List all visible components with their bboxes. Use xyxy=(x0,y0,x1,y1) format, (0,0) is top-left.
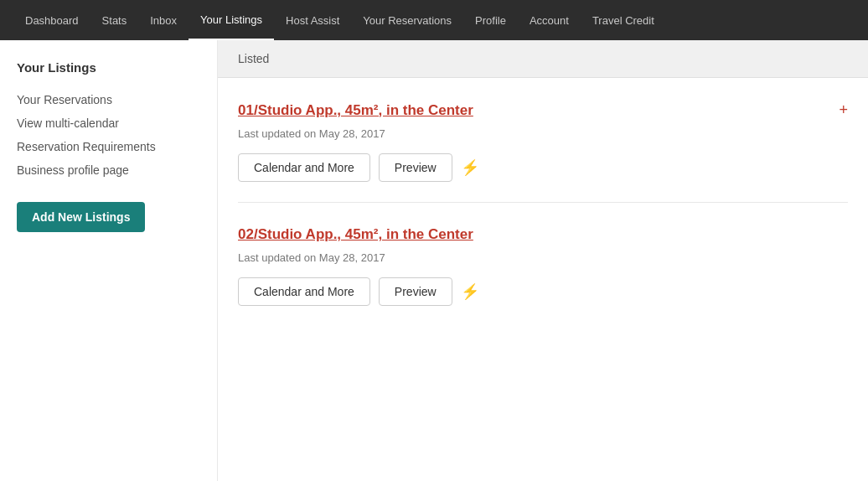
listing-updated-2: Last updated on May 28, 2017 xyxy=(238,251,848,264)
lightning-icon-1[interactable]: ⚡ xyxy=(461,158,479,177)
nav-host-assist[interactable]: Host Assist xyxy=(274,0,351,40)
listing-title-1[interactable]: 01/Studio App., 45m², in the Center xyxy=(238,102,473,119)
sidebar-link-multi-calendar[interactable]: View multi-calendar xyxy=(17,111,200,135)
nav-dashboard[interactable]: Dashboard xyxy=(13,0,90,40)
page-layout: Your Listings Your Reservations View mul… xyxy=(0,40,868,481)
listings-container: 01/Studio App., 45m², in the Center + La… xyxy=(218,78,868,326)
listed-header: Listed xyxy=(218,40,868,78)
nav-stats[interactable]: Stats xyxy=(90,0,139,40)
listing-title-row: 02/Studio App., 45m², in the Center xyxy=(238,226,848,243)
main-content: Listed 01/Studio App., 45m², in the Cent… xyxy=(218,40,868,481)
top-navigation: Dashboard Stats Inbox Your Listings Host… xyxy=(0,0,868,40)
listing-item: 01/Studio App., 45m², in the Center + La… xyxy=(238,78,848,203)
nav-your-listings[interactable]: Your Listings xyxy=(189,0,274,40)
listing-plus-icon-1[interactable]: + xyxy=(839,101,848,119)
nav-account[interactable]: Account xyxy=(518,0,581,40)
sidebar-link-your-reservations[interactable]: Your Reservations xyxy=(17,88,200,111)
listing-title-2[interactable]: 02/Studio App., 45m², in the Center xyxy=(238,226,473,243)
listing-item: 02/Studio App., 45m², in the Center Last… xyxy=(238,203,848,326)
nav-your-reservations[interactable]: Your Reservations xyxy=(351,0,463,40)
calendar-more-button-1[interactable]: Calendar and More xyxy=(238,153,370,182)
nav-travel-credit[interactable]: Travel Credit xyxy=(581,0,666,40)
sidebar-link-business-profile[interactable]: Business profile page xyxy=(17,158,200,182)
sidebar: Your Listings Your Reservations View mul… xyxy=(0,40,218,481)
listing-actions-1: Calendar and More Preview ⚡ xyxy=(238,153,848,182)
lightning-icon-2[interactable]: ⚡ xyxy=(461,282,479,301)
listing-updated-1: Last updated on May 28, 2017 xyxy=(238,127,848,140)
nav-profile[interactable]: Profile xyxy=(463,0,518,40)
preview-button-1[interactable]: Preview xyxy=(379,153,452,182)
listing-actions-2: Calendar and More Preview ⚡ xyxy=(238,277,848,306)
sidebar-link-reservation-requirements[interactable]: Reservation Requirements xyxy=(17,135,200,158)
preview-button-2[interactable]: Preview xyxy=(379,277,452,306)
calendar-more-button-2[interactable]: Calendar and More xyxy=(238,277,370,306)
add-new-listings-button[interactable]: Add New Listings xyxy=(17,202,145,232)
listing-title-row: 01/Studio App., 45m², in the Center + xyxy=(238,101,848,119)
nav-inbox[interactable]: Inbox xyxy=(138,0,189,40)
sidebar-title: Your Listings xyxy=(17,60,200,75)
